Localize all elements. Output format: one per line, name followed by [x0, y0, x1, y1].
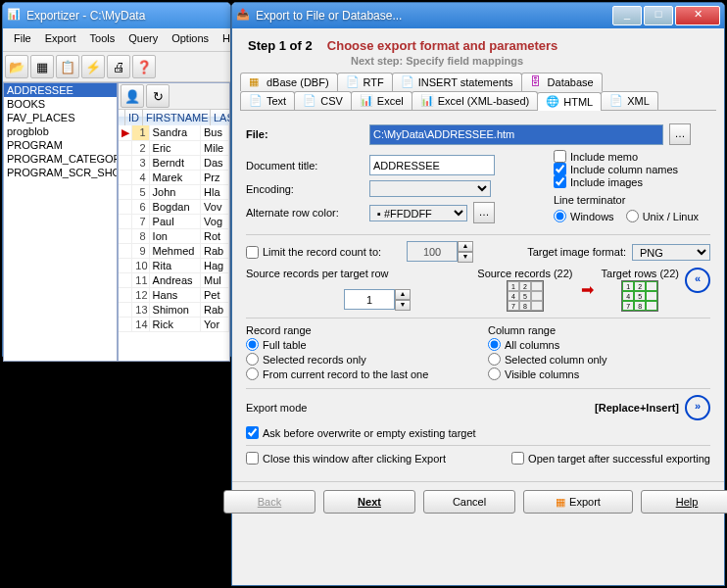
srcper-input[interactable] [344, 289, 395, 310]
tab-excel[interactable]: 📊Excel [351, 91, 412, 110]
spin-down[interactable]: ▼ [458, 252, 473, 263]
table-row[interactable]: 10RitaHag [119, 259, 229, 273]
table-row[interactable]: 5JohnHla [119, 185, 229, 200]
grid-tool[interactable]: 👤 [121, 84, 144, 108]
expmode-expand-button[interactable]: » [685, 395, 710, 420]
table-row[interactable]: 8IonRot [119, 229, 229, 244]
run-button[interactable]: ⚡ [81, 55, 105, 78]
doctitle-input[interactable] [369, 155, 495, 175]
tab-rtf[interactable]: 📄RTF [337, 73, 393, 91]
imgfmt-label: Target image format: [527, 246, 626, 258]
tree-item[interactable]: FAV_PLACES [4, 111, 117, 124]
tab-text[interactable]: 📄Text [240, 91, 295, 110]
grid-button[interactable]: ▦ [30, 55, 54, 78]
lineterm-unix-radio[interactable] [626, 210, 639, 222]
srcrec-label: Source records (22) [477, 268, 572, 279]
tree-item[interactable]: PROGRAM_CATEGORY [4, 152, 117, 166]
include-memo-check[interactable] [554, 150, 566, 163]
table-row[interactable]: 4MarekPrz [119, 171, 229, 185]
table-row[interactable]: 11AndreasMul [119, 273, 229, 288]
col-lastname[interactable]: LAS [211, 110, 230, 125]
format-tabs: ▦dBase (DBF) 📄RTF 📄INSERT statements 🗄Da… [240, 73, 716, 111]
table-row[interactable]: 7PaulVog [119, 215, 229, 229]
menu-options[interactable]: Options [165, 30, 216, 49]
color-button[interactable]: … [473, 202, 495, 223]
source-matrix-icon: 124578 [507, 280, 544, 312]
grid-refresh[interactable]: ↻ [146, 84, 170, 108]
recrange-full-radio[interactable] [246, 338, 259, 351]
spin-down[interactable]: ▼ [395, 300, 411, 311]
step-label: Step 1 of 2 [248, 38, 313, 53]
menu-tools[interactable]: Tools [83, 30, 122, 49]
tree-item[interactable]: progblob [4, 124, 117, 138]
tree-item[interactable]: PROGRAM_SCR_SHOT [4, 166, 117, 179]
browse-button[interactable]: … [669, 123, 691, 145]
lineterm-windows-radio[interactable] [554, 210, 566, 222]
limit-check[interactable] [246, 246, 259, 259]
export-button[interactable]: ▦Export [523, 490, 633, 514]
colrange-selected-radio[interactable] [488, 353, 501, 366]
recrange-current-radio[interactable] [246, 368, 259, 380]
file-input[interactable] [369, 124, 663, 145]
copy-button[interactable]: 📋 [56, 55, 79, 78]
table-row[interactable]: 13ShimonRab [119, 303, 229, 318]
maximize-button[interactable]: □ [644, 6, 673, 25]
table-row[interactable]: 12HansPet [119, 288, 229, 303]
export-dialog: 📤 Export to File or Database... _ □ ✕ St… [231, 2, 725, 586]
include-colnames-check[interactable] [554, 163, 566, 175]
include-images-check[interactable] [554, 175, 566, 188]
tree-item[interactable]: PROGRAM [4, 138, 117, 152]
tab-dbase[interactable]: ▦dBase (DBF) [240, 73, 338, 91]
spin-up[interactable]: ▲ [458, 241, 473, 252]
cancel-button[interactable]: Cancel [423, 490, 515, 514]
menu-file[interactable]: File [7, 30, 38, 49]
colrange-visible-radio[interactable] [488, 368, 501, 380]
col-id[interactable]: ID [125, 110, 143, 125]
recrange-selected-radio[interactable] [246, 353, 259, 366]
minimize-button[interactable]: _ [612, 6, 642, 25]
tab-insert[interactable]: 📄INSERT statements [392, 73, 522, 91]
main-toolbar: 📂 ▦ 📋 ⚡ 🖨 ❓ [3, 52, 230, 82]
tab-excel-xml[interactable]: 📊Excel (XML-based) [412, 91, 539, 110]
altrow-select[interactable]: ▪ #FFDDFF [369, 205, 467, 221]
tab-csv[interactable]: 📄CSV [294, 91, 352, 110]
askover-check[interactable] [246, 426, 259, 439]
data-grid[interactable]: 👤 ↻ ID FIRSTNAME LAS ▶1SandraBus2EricMil… [118, 82, 230, 362]
help-dialog-button[interactable]: Help [641, 490, 727, 514]
menu-export[interactable]: Export [38, 30, 83, 49]
colrange-all-radio[interactable] [488, 338, 501, 351]
col-firstname[interactable]: FIRSTNAME [143, 110, 211, 125]
tab-xml[interactable]: 📄XML [601, 91, 658, 110]
imgfmt-select[interactable]: PNG [632, 244, 710, 261]
table-row[interactable]: ▶1SandraBus [119, 125, 229, 141]
next-step-hint: Next step: Specify field mappings [351, 55, 708, 67]
tree-item[interactable]: BOOKS [4, 97, 117, 111]
lineterm-label: Line terminator [554, 194, 710, 206]
table-row[interactable]: 3BerndtDas [119, 156, 229, 171]
doctitle-label: Document title: [246, 160, 364, 172]
button-bar: Back Next Cancel ▦Export Help [232, 481, 724, 521]
app-icon: 📊 [7, 8, 23, 24]
closeafter-check[interactable] [246, 452, 259, 465]
menu-query[interactable]: Query [121, 30, 165, 49]
arrow-icon: ➡ [581, 280, 594, 299]
table-row[interactable]: 6BogdanVov [119, 200, 229, 215]
table-row[interactable]: 2EricMile [119, 141, 229, 156]
spin-up[interactable]: ▲ [395, 289, 411, 300]
help-button[interactable]: ❓ [132, 55, 156, 78]
table-row[interactable]: 14RickYor [119, 318, 229, 332]
tab-html[interactable]: 🌐HTML [537, 92, 602, 111]
file-label: File: [246, 128, 268, 140]
close-button[interactable]: ✕ [675, 6, 720, 25]
refresh-preview-button[interactable]: « [685, 268, 710, 293]
encoding-select[interactable] [369, 180, 491, 197]
table-row[interactable]: 9MehmedRab [119, 244, 229, 259]
print-button[interactable]: 🖨 [107, 55, 130, 78]
open-button[interactable]: 📂 [5, 55, 28, 78]
openafter-check[interactable] [511, 452, 524, 465]
tree-item[interactable]: ADDRESSEE [4, 83, 117, 97]
tab-database[interactable]: 🗄Database [521, 73, 603, 91]
srcper-label: Source records per target row [246, 268, 471, 279]
next-button[interactable]: Next [323, 490, 415, 514]
table-list[interactable]: ADDRESSEE BOOKS FAV_PLACES progblob PROG… [3, 82, 118, 362]
